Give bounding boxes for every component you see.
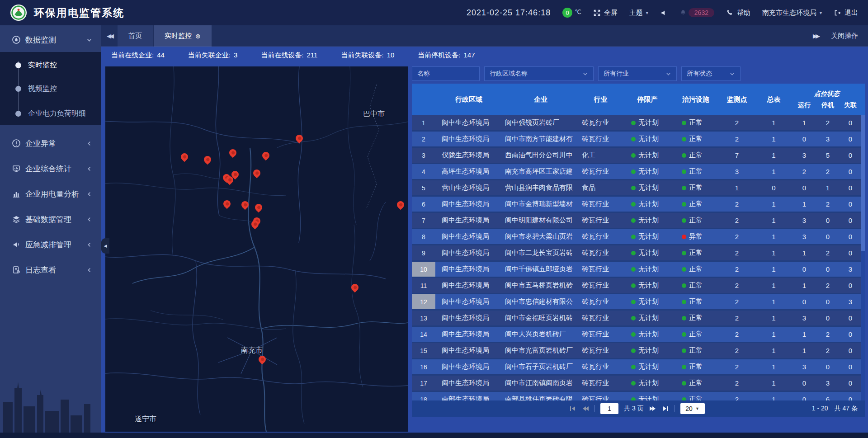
app-title: 环保用电监管系统 — [34, 6, 124, 20]
sidebar-group-data-monitoring[interactable]: 数据监测 — [0, 30, 101, 50]
cell-pollution-facility: 正常 — [673, 180, 719, 195]
table-row[interactable]: 16 阆中生态环境局 阆中市石子页岩机砖厂 砖瓦行业 无计划 正常 2 1 3 … — [412, 359, 861, 374]
close-operations-button[interactable]: 关闭操作 — [831, 32, 858, 40]
tabs-scroll-right-button[interactable]: ▶▶ — [813, 33, 820, 39]
map-pin[interactable] — [350, 283, 360, 293]
cell-pollution-facility: 正常 — [673, 132, 719, 146]
cell-stopped: 0 — [816, 262, 840, 277]
bell-icon — [679, 9, 687, 16]
sidebar-group-log-view[interactable]: 日志查看 — [0, 260, 101, 280]
log-document-icon — [12, 265, 21, 274]
map-pin[interactable] — [179, 152, 190, 162]
scrollbar-thumb[interactable] — [861, 115, 865, 251]
help-button[interactable]: 帮助 — [726, 9, 750, 17]
page-number-input[interactable]: 1 — [600, 403, 618, 414]
table-row[interactable]: 13 阆中生态环境局 阆中市金福旺页岩机砖 砖瓦行业 无计划 正常 2 1 3 … — [412, 311, 861, 325]
map-pin[interactable] — [222, 199, 232, 209]
map-canvas[interactable]: 巴中市南充市遂宁市 — [105, 66, 408, 432]
table-row[interactable]: 9 阆中生态环境局 阆中市二龙长宝页岩砖 砖瓦行业 无计划 正常 2 1 1 2… — [412, 245, 861, 260]
sound-button[interactable] — [660, 9, 668, 17]
map-pin[interactable] — [252, 168, 262, 179]
map-pin[interactable] — [228, 148, 238, 158]
table-row[interactable]: 7 阆中生态环境局 阆中明阳建材有限公司 砖瓦行业 无计划 正常 2 1 3 0… — [412, 213, 861, 228]
sidebar-group-enterprise-statistics[interactable]: 企业综合统计 — [0, 159, 101, 179]
facility-dot — [682, 332, 686, 337]
cell-total-meters: 0 — [755, 180, 793, 195]
table-row[interactable]: 18 南部生态环境局 南部县雄伟页岩砖有限 砖瓦行业 无计划 正常 2 1 0 … — [412, 392, 861, 400]
stop-dot — [631, 137, 636, 141]
cell-stopped: 2 — [816, 245, 840, 260]
map-pin[interactable] — [257, 354, 268, 365]
table-row[interactable]: 8 阆中生态环境局 阆中市枣碧大梁山页岩 砖瓦行业 无计划 异常 2 1 3 0… — [412, 229, 861, 244]
cell-company: 南充市高坪区王家店建 — [502, 164, 579, 179]
facility-label: 正常 — [689, 200, 703, 208]
cell-total-meters: 1 — [755, 376, 793, 391]
facility-label: 正常 — [689, 281, 703, 290]
sidebar-item-realtime-monitoring[interactable]: 实时监控 — [0, 57, 101, 73]
col-monitor-points: 监测点 — [719, 84, 755, 115]
sidebar-submenu: 实时监控 视频监控 企业电力负荷明细 — [0, 52, 101, 125]
first-page-button[interactable] — [569, 405, 576, 412]
sidebar-group-enterprise-abnormal[interactable]: 企业异常 — [0, 133, 101, 153]
theme-dropdown[interactable]: 主题 ▾ — [629, 9, 648, 17]
tab-realtime-monitoring[interactable]: 实时监控 ⊗ — [154, 25, 212, 47]
cell-lost: 3 — [840, 294, 861, 309]
table-row[interactable]: 15 阆中生态环境局 阆中市光富页岩机砖厂 砖瓦行业 无计划 正常 2 1 1 … — [412, 343, 861, 358]
facility-label: 正常 — [689, 395, 703, 400]
chevron-down-icon — [582, 71, 588, 77]
name-search-input[interactable]: 名称 — [412, 66, 480, 81]
cell-region: 阆中生态环境局 — [435, 278, 502, 293]
row-index: 9 — [412, 245, 435, 260]
cell-monitor-points: 2 — [719, 294, 755, 309]
cell-lost: 0 — [840, 343, 861, 358]
facility-dot — [682, 381, 686, 386]
map-pin[interactable] — [261, 151, 271, 161]
table-row[interactable]: 3 仪陇生态环境局 西南油气田分公司川中 化工 无计划 正常 7 1 3 5 0 — [412, 148, 861, 163]
sidebar-item-power-load-detail[interactable]: 企业电力负荷明细 — [0, 106, 101, 121]
first-page-icon — [569, 405, 576, 412]
stats-board-icon — [12, 164, 21, 173]
last-page-button[interactable] — [662, 405, 669, 412]
map-collapse-button[interactable]: ◀ — [101, 238, 109, 254]
tab-home[interactable]: 首页 — [118, 25, 153, 47]
notifications[interactable]: 2632 — [679, 8, 714, 17]
map-pin[interactable] — [254, 203, 264, 213]
prev-page-button[interactable] — [582, 405, 589, 412]
map-pin[interactable] — [203, 155, 213, 165]
sidebar-group-base-data[interactable]: 基础数据管理 — [0, 209, 101, 229]
map-panel[interactable]: 巴中市南充市遂宁市 ◀ — [105, 66, 408, 432]
map-pin[interactable] — [240, 200, 250, 210]
tabs-scroll-left-button[interactable]: ◀◀ — [101, 25, 118, 47]
table-row[interactable]: 11 阆中生态环境局 阆中市五马桥页岩机砖 砖瓦行业 无计划 正常 2 1 1 … — [412, 278, 861, 293]
cell-lost: 0 — [840, 180, 861, 195]
sidebar-group-emergency-reduction[interactable]: 应急减排管理 — [0, 235, 101, 254]
table-row[interactable]: 17 阆中生态环境局 阆中市江南镇阆南页岩 砖瓦行业 无计划 正常 2 1 0 … — [412, 376, 861, 391]
col-total-meters: 总表 — [755, 84, 793, 115]
map-pin[interactable] — [396, 200, 406, 210]
table-row[interactable]: 4 高坪生态环境局 南充市高坪区王家店建 砖瓦行业 无计划 正常 3 1 2 2… — [412, 164, 861, 179]
next-page-button[interactable] — [649, 405, 656, 412]
table-row[interactable]: 6 阆中生态环境局 阆中市金博瑞新型墙材 砖瓦行业 无计划 正常 2 1 1 2… — [412, 197, 861, 212]
industry-select[interactable]: 所有行业 — [598, 66, 677, 81]
user-org-dropdown[interactable]: 南充市生态环境局 ▾ — [762, 9, 822, 17]
cell-pollution-facility: 正常 — [673, 359, 719, 374]
sidebar-group-power-analysis[interactable]: 企业用电量分析 — [0, 184, 101, 204]
table-row[interactable]: 2 阆中生态环境局 阆中市南方节能建材有 砖瓦行业 无计划 正常 2 1 0 3… — [412, 132, 861, 146]
status-select[interactable]: 所有状态 — [681, 66, 741, 81]
sidebar-item-video-monitoring[interactable]: 视频监控 — [0, 81, 101, 96]
logout-button[interactable]: 退出 — [834, 9, 858, 17]
table-row[interactable]: 14 阆中生态环境局 阆中大兴页岩机砖厂 砖瓦行业 无计划 正常 2 1 1 2… — [412, 327, 861, 342]
table-row[interactable]: 1 阆中生态环境局 阆中强锐页岩砖厂 砖瓦行业 无计划 正常 2 1 1 2 0 — [412, 115, 861, 130]
region-select[interactable]: 行政区域名称 — [484, 66, 594, 81]
cell-industry: 砖瓦行业 — [579, 311, 622, 325]
table-row[interactable]: 10 阆中生态环境局 阆中千佛镇五郎垭页岩 砖瓦行业 无计划 正常 2 1 0 … — [412, 262, 861, 277]
fullscreen-button[interactable]: 全屏 — [593, 9, 618, 17]
page-size-select[interactable]: 20 ▼ — [680, 403, 705, 414]
table-row[interactable]: 5 营山生态环境局 营山县润丰肉食品有限 食品 无计划 正常 1 0 0 1 0 — [412, 180, 861, 195]
tab-close-icon[interactable]: ⊗ — [195, 33, 201, 40]
row-index: 10 — [412, 262, 435, 277]
table-row[interactable]: 12 阆中生态环境局 阆中市忠信建材有限公 砖瓦行业 无计划 正常 2 1 0 … — [412, 294, 861, 309]
map-pin[interactable] — [294, 133, 305, 144]
table-scrollbar[interactable] — [861, 115, 865, 400]
cell-stop-limit: 无计划 — [622, 376, 673, 391]
